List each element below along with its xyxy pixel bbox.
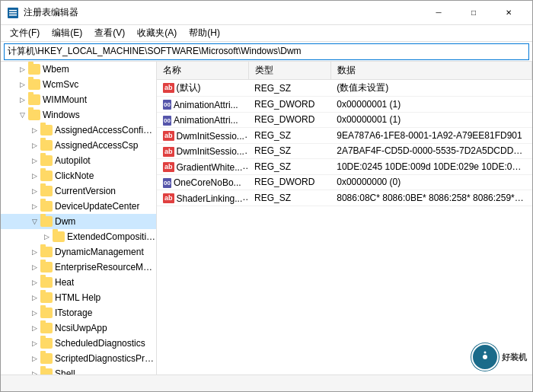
window-title: 注册表编辑器 <box>24 6 78 19</box>
folder-icon <box>40 201 53 212</box>
tree-item-autopilot[interactable]: ▷ Autopilot <box>1 153 156 168</box>
cell-type: REG_DWORD <box>248 97 330 113</box>
tree-item-extendedcompositing[interactable]: ▷ ExtendedCompositic... <box>1 229 156 244</box>
cell-name[interactable]: ab DwmInitSessio... <box>157 128 248 144</box>
watermark-text: 好装机 <box>502 352 527 363</box>
cell-name[interactable]: 00 AnimationAttri... <box>157 112 248 128</box>
svg-point-5 <box>483 355 487 359</box>
cell-type: REG_SZ <box>248 190 330 206</box>
watermark-circle <box>471 343 499 371</box>
folder-icon <box>40 140 53 151</box>
table-row[interactable]: ab DwmInitSessio...REG_SZ2A7BAF4F-CD5D-0… <box>157 143 532 159</box>
tree-item-currentversion[interactable]: ▷ CurrentVersion <box>1 183 156 199</box>
tree-item-scheduleddiagnostics[interactable]: ▷ ScheduledDiagnostics <box>1 336 156 351</box>
cell-name[interactable]: ab ShaderLinking... <box>157 190 248 206</box>
expand-icon: ▷ <box>28 170 40 182</box>
cell-data: (数值未设置) <box>330 80 531 97</box>
watermark: 好装机 <box>471 343 527 371</box>
tree-label: Shell <box>55 368 75 374</box>
table-row[interactable]: ab (默认)REG_SZ(数值未设置) <box>157 80 532 97</box>
tree-item-windows[interactable]: ▽ Windows <box>1 107 156 123</box>
menu-edit[interactable]: 编辑(E) <box>46 25 88 41</box>
expand-icon: ▷ <box>28 124 40 136</box>
expand-icon: ▽ <box>28 215 40 228</box>
folder-icon <box>40 125 53 135</box>
folder-open-icon <box>28 110 40 120</box>
tree-label: WcmSvc <box>43 79 78 90</box>
tree-item-dwm[interactable]: ▽ Dwm <box>1 214 156 229</box>
column-header-name[interactable]: 名称 <box>157 62 248 80</box>
tree-label: HTML Help <box>55 292 101 303</box>
tree-item-aacsp[interactable]: ▷ AssignedAccessCsp <box>1 138 156 153</box>
table-row[interactable]: 00 AnimationAttri...REG_DWORD0x00000001 … <box>157 112 532 128</box>
data-panel[interactable]: 名称 类型 数据 ab (默认)REG_SZ(数值未设置)00 Animatio… <box>157 62 532 374</box>
menu-view[interactable]: 查看(V) <box>88 25 131 41</box>
expand-icon: ▷ <box>28 276 40 288</box>
title-bar: 注册表编辑器 ─ □ ✕ <box>1 1 532 25</box>
cell-data: 2A7BAF4F-CD5D-0000-5535-7D2A5DCDD801 <box>330 143 531 159</box>
tree-label: Wbem <box>43 64 69 75</box>
cell-name[interactable]: ab (默认) <box>157 80 248 97</box>
address-input[interactable] <box>4 43 529 60</box>
cell-name[interactable]: ab GradientWhite... <box>157 159 248 175</box>
folder-icon <box>40 277 53 288</box>
close-button[interactable]: ✕ <box>491 1 526 25</box>
reg-type-icon: ab ShaderLinking... <box>163 193 242 204</box>
folder-icon <box>40 368 53 374</box>
folder-icon <box>40 292 53 303</box>
reg-type-icon: ab DwmInitSessio... <box>163 131 244 142</box>
folder-icon <box>40 308 53 318</box>
tree-panel[interactable]: ▷ Wbem ▷ WcmSvc ▷ WIMMount ▽ Windows <box>1 62 157 374</box>
cell-data: 10DE:0245 10DE:009d 10DE:029e 10DE:029d … <box>330 159 531 175</box>
reg-type-icon: ab DwmInitSessio... <box>163 146 244 157</box>
table-row[interactable]: ab ShaderLinking...REG_SZ8086:08C* 8086:… <box>157 190 532 206</box>
table-row[interactable]: 00 OneCoreNoBo...REG_DWORD0x00000000 (0) <box>157 174 532 190</box>
tree-label: Windows <box>43 110 80 120</box>
folder-icon <box>28 79 40 90</box>
menu-help[interactable]: 帮助(H) <box>183 25 226 41</box>
reg-type-icon: 00 AnimationAttri... <box>163 100 238 110</box>
table-row[interactable]: 00 AnimationAttri...REG_DWORD0x00000001 … <box>157 97 532 113</box>
table-row[interactable]: ab DwmInitSessio...REG_SZ9EA787A6-1FE8-0… <box>157 128 532 144</box>
cell-data: 9EA787A6-1FE8-0001-1A92-A79EE81FD901 <box>330 128 531 144</box>
tree-item-scripteddiagnostics[interactable]: ▷ ScriptedDiagnosticsPro... <box>1 351 156 366</box>
tree-item-htmlhelp[interactable]: ▷ HTML Help <box>1 290 156 305</box>
minimize-button[interactable]: ─ <box>421 1 456 25</box>
tree-item-aac[interactable]: ▷ AssignedAccessConfigu... <box>1 123 156 138</box>
maximize-button[interactable]: □ <box>456 1 491 25</box>
tree-item-ncsiuwpapp[interactable]: ▷ NcsiUwpApp <box>1 320 156 336</box>
tree-item-clicknote[interactable]: ▷ ClickNote <box>1 168 156 183</box>
tree-label: EnterpriseResourceMar... <box>55 262 156 272</box>
svg-rect-3 <box>9 14 17 16</box>
tree-item-wcmsvc[interactable]: ▷ WcmSvc <box>1 77 156 92</box>
cell-type: REG_SZ <box>248 80 330 97</box>
tree-item-deviceupdatecenter[interactable]: ▷ DeviceUpdateCenter <box>1 199 156 214</box>
expand-icon: ▷ <box>28 185 40 197</box>
cell-name[interactable]: 00 AnimationAttri... <box>157 97 248 113</box>
menu-file[interactable]: 文件(F) <box>4 25 46 41</box>
column-header-type[interactable]: 类型 <box>248 62 330 80</box>
expand-icon: ▷ <box>28 352 40 365</box>
menu-favorites[interactable]: 收藏夹(A) <box>131 25 183 41</box>
tree-item-itstorage[interactable]: ▷ ITstorage <box>1 305 156 320</box>
tree-label: NcsiUwpApp <box>55 323 107 333</box>
folder-icon <box>28 64 40 75</box>
address-bar <box>1 42 532 62</box>
column-header-data[interactable]: 数据 <box>330 62 531 80</box>
menu-bar: 文件(F) 编辑(E) 查看(V) 收藏夹(A) 帮助(H) <box>1 25 532 42</box>
cell-name[interactable]: 00 OneCoreNoBo... <box>157 174 248 190</box>
tree-item-heat[interactable]: ▷ Heat <box>1 275 156 290</box>
cell-name[interactable]: ab DwmInitSessio... <box>157 143 248 159</box>
tree-item-wimmount[interactable]: ▷ WIMMount <box>1 92 156 107</box>
folder-icon <box>40 247 53 257</box>
tree-item-shell[interactable]: ▷ Shell <box>1 366 156 374</box>
tree-label: AssignedAccessConfigu... <box>55 125 156 135</box>
tree-item-enterpriseresource[interactable]: ▷ EnterpriseResourceMar... <box>1 260 156 275</box>
tree-item-dynamicmanagement[interactable]: ▷ DynamicManagement <box>1 244 156 260</box>
cell-data: 8086:08C* 8086:0BE* 8086:258* 8086:259* … <box>330 190 531 206</box>
expand-icon: ▷ <box>16 94 28 106</box>
table-row[interactable]: ab GradientWhite...REG_SZ10DE:0245 10DE:… <box>157 159 532 175</box>
tree-item-wbem[interactable]: ▷ Wbem <box>1 62 156 77</box>
folder-icon <box>40 155 53 166</box>
main-content: ▷ Wbem ▷ WcmSvc ▷ WIMMount ▽ Windows <box>1 62 532 374</box>
